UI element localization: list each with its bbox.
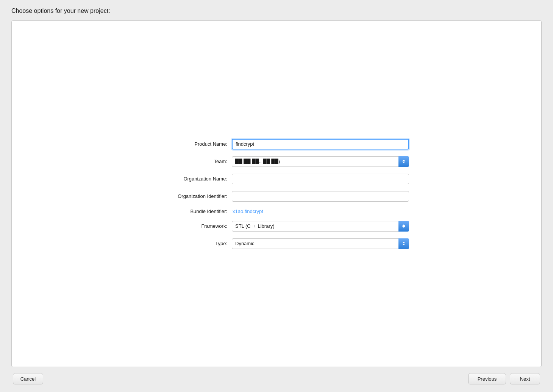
type-select[interactable]: Dynamic Static bbox=[232, 238, 409, 249]
org-id-row: Organization Identifier: bbox=[144, 191, 409, 202]
previous-button[interactable]: Previous bbox=[468, 373, 506, 384]
org-id-input[interactable] bbox=[232, 191, 409, 202]
bundle-id-label: Bundle Identifier: bbox=[144, 208, 227, 214]
type-select-wrapper: Dynamic Static bbox=[232, 238, 409, 249]
footer-right-buttons: Previous Next bbox=[468, 373, 540, 384]
product-name-label: Product Name: bbox=[144, 141, 227, 147]
framework-select[interactable]: STL (C++ Library) Foundation None bbox=[232, 221, 409, 232]
team-row: Team: ██ ██ ██.. ██ ██) bbox=[144, 156, 409, 167]
product-name-input[interactable] bbox=[232, 139, 409, 149]
type-label: Type: bbox=[144, 241, 227, 246]
org-name-input[interactable] bbox=[232, 174, 409, 184]
next-button[interactable]: Next bbox=[510, 373, 540, 384]
team-select-wrapper: ██ ██ ██.. ██ ██) bbox=[232, 156, 409, 167]
team-label: Team: bbox=[144, 159, 227, 164]
org-id-label: Organization Identifier: bbox=[144, 193, 227, 199]
main-content-box: Product Name: Team: ██ ██ ██.. ██ ██) Or… bbox=[11, 20, 542, 367]
team-select[interactable]: ██ ██ ██.. ██ ██) bbox=[232, 156, 409, 167]
org-name-row: Organization Name: bbox=[144, 174, 409, 184]
cancel-button[interactable]: Cancel bbox=[13, 373, 43, 384]
bundle-id-value: x1ao.findcrypt bbox=[232, 208, 409, 214]
framework-select-wrapper: STL (C++ Library) Foundation None bbox=[232, 221, 409, 232]
page-header: Choose options for your new project: bbox=[11, 8, 542, 14]
form-container: Product Name: Team: ██ ██ ██.. ██ ██) Or… bbox=[144, 139, 409, 249]
type-row: Type: Dynamic Static bbox=[144, 238, 409, 249]
org-name-label: Organization Name: bbox=[144, 176, 227, 182]
footer: Cancel Previous Next bbox=[11, 373, 542, 384]
product-name-row: Product Name: bbox=[144, 139, 409, 149]
framework-label: Framework: bbox=[144, 223, 227, 229]
bundle-id-row: Bundle Identifier: x1ao.findcrypt bbox=[144, 208, 409, 214]
framework-row: Framework: STL (C++ Library) Foundation … bbox=[144, 221, 409, 232]
